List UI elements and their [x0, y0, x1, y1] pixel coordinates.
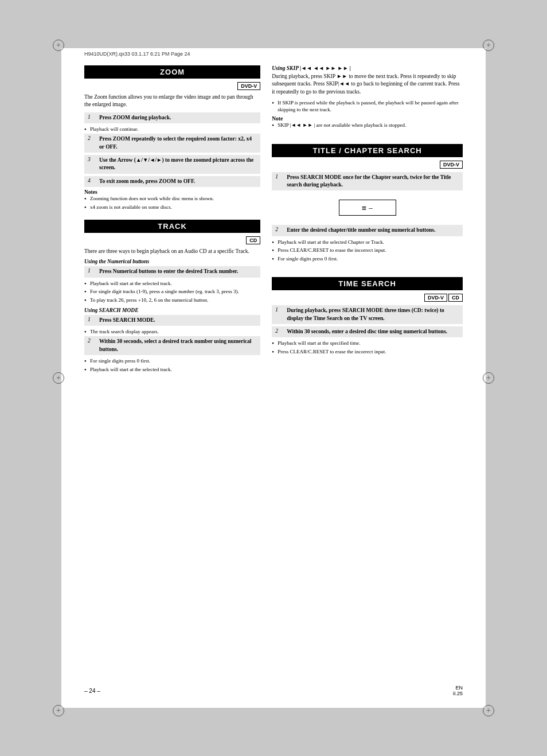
zoom-note-2: x4 zoom is not available on some discs. [84, 204, 260, 211]
time-search-badge-dvdv: DVD-V [424, 294, 447, 302]
reg-mark-top-right [483, 40, 494, 51]
zoom-step1-bullet: Playback will continue. [84, 126, 260, 133]
zoom-step-1-num: 1 [88, 114, 96, 122]
zoom-step-1-text: Press ZOOM during playback. [99, 114, 171, 122]
ts-step-1-text: During playback, press SEARCH MODE three… [287, 307, 459, 322]
tc-step-2-num: 2 [275, 227, 283, 234]
skip-bullet-1: If SKIP is pressed while the playback is… [272, 99, 463, 114]
zoom-step-3-text: Use the Arrow (▲/▼/◄/►) to move the zoom… [99, 157, 257, 172]
track-sub2-step-1-num: 1 [88, 317, 96, 324]
track-sub1-step-1-num: 1 [88, 268, 96, 275]
ts-step-1: 1 During playback, press SEARCH MODE thr… [272, 305, 463, 324]
track-section: TRACK CD There are three ways to begin p… [84, 220, 260, 374]
track-sub1-step-1-text: Press Numerical buttons to enter the des… [99, 268, 238, 275]
ts-bullet-2: Press CLEAR/C.RESET to erase the incorre… [272, 348, 463, 356]
track-sub2-step-2-num: 2 [88, 338, 96, 353]
track-title: TRACK [84, 220, 260, 233]
tc-display-box: ≡ – [339, 200, 396, 216]
skip-note-bullet: SKIP |◄◄ ►► | are not available when pla… [272, 122, 463, 129]
tc-bullet-1: Playback will start at the selected Chap… [272, 239, 463, 246]
time-search-section: TIME SEARCH DVD-V CD 1 During playback, … [272, 277, 463, 356]
ts-step-2-text: Within 30 seconds, enter a desired disc … [287, 328, 447, 336]
skip-body: During playback, press SKIP ►► to move t… [272, 73, 463, 96]
tc-display-icon: ≡ [362, 204, 366, 212]
zoom-step-2: 2 Press ZOOM repeatedly to select the re… [84, 134, 260, 153]
zoom-step-3-num: 3 [88, 157, 96, 172]
zoom-badge: DVD-V [237, 82, 260, 90]
zoom-note-1: Zooming function does not work while dis… [84, 195, 260, 202]
track-sub2-title: Using SEARCH MODE [84, 307, 260, 313]
tc-step-2-text: Enter the desired chapter/title number u… [287, 227, 435, 234]
reg-mark-bottom-right [483, 705, 494, 716]
left-column: ZOOM DVD-V The Zoom function allows you … [84, 65, 260, 691]
track-intro: There are three ways to begin playback o… [84, 248, 260, 255]
tc-step-1-num: 1 [275, 174, 283, 189]
tc-step-1: 1 Press SEARCH MODE once for the Chapter… [272, 172, 463, 191]
zoom-step-2-text: Press ZOOM repeatedly to select the requ… [99, 135, 257, 151]
ts-step-2-num: 2 [275, 328, 283, 336]
top-info: H9410UD(XR).qx33 03.1.17 6:21 PM Page 24 [84, 51, 190, 57]
track-sub2-step2-bullet-1: For single digits press 0 first. [84, 357, 260, 365]
zoom-step-3: 3 Use the Arrow (▲/▼/◄/►) to move the zo… [84, 155, 260, 174]
ts-bullet-1: Playback will start at the specified tim… [272, 340, 463, 347]
skip-note-label: Note [272, 116, 463, 122]
track-sub2-bullet-1: The track search display appears. [84, 328, 260, 336]
title-chapter-title: TITLE / CHAPTER SEARCH [272, 144, 463, 157]
track-sub2-step-2-text: Within 30 seconds, select a desired trac… [99, 338, 257, 353]
title-chapter-section: TITLE / CHAPTER SEARCH DVD-V 1 Press SEA… [272, 144, 463, 264]
side-mark-right [483, 372, 494, 384]
zoom-section: ZOOM DVD-V The Zoom function allows you … [84, 65, 260, 212]
zoom-step-4: 4 To exit zoom mode, press ZOOM to OFF. [84, 176, 260, 187]
tc-bullet-3: For single digits press 0 first. [272, 255, 463, 263]
tc-step-2: 2 Enter the desired chapter/title number… [272, 225, 463, 236]
track-sub1-bullet-2: For single digit tracks (1-9), press a s… [84, 288, 260, 295]
reg-mark-top-left [53, 40, 64, 51]
page-footer: – 24 – EN iI.25 [61, 685, 486, 696]
track-sub2-step-1-text: Press SEARCH MODE. [99, 317, 155, 324]
track-sub2-step-1: 1 Press SEARCH MODE. [84, 315, 260, 326]
tc-step-1-text: Press SEARCH MODE once for the Chapter s… [287, 174, 459, 189]
track-sub2-step-2: 2 Within 30 seconds, select a desired tr… [84, 336, 260, 355]
track-badge: CD [246, 236, 260, 244]
page-wrapper: H9410UD(XR).qx33 03.1.17 6:21 PM Page 24… [0, 0, 547, 756]
time-search-title: TIME SEARCH [272, 277, 463, 290]
skip-section: Using SKIP |◄◄ ◄◄ ►► ►► | During playbac… [272, 65, 463, 130]
zoom-step-4-num: 4 [88, 178, 96, 185]
zoom-intro: The Zoom function allows you to enlarge … [84, 93, 260, 109]
title-chapter-badge: DVD-V [440, 161, 463, 169]
zoom-step-2-num: 2 [88, 135, 96, 151]
zoom-notes-label: Notes [84, 189, 260, 195]
tc-bullet-2: Press CLEAR/C.RESET to erase the incorre… [272, 247, 463, 254]
page: H9410UD(XR).qx33 03.1.17 6:21 PM Page 24… [61, 48, 486, 708]
ts-step-1-num: 1 [275, 307, 283, 322]
track-sub1-bullet-3: To play track 26, press +10, 2, 6 on the… [84, 297, 260, 304]
zoom-title: ZOOM [84, 65, 260, 79]
zoom-step-4-text: To exit zoom mode, press ZOOM to OFF. [99, 178, 195, 185]
track-sub1-step-1: 1 Press Numerical buttons to enter the d… [84, 266, 260, 277]
track-sub2-step2-bullet-2: Playback will start at the selected trac… [84, 366, 260, 373]
skip-subtitle: Using SKIP |◄◄ ◄◄ ►► ►► | [272, 65, 463, 71]
zoom-step-1: 1 Press ZOOM during playback. [84, 112, 260, 123]
track-sub1-bullet-1: Playback will start at the selected trac… [84, 280, 260, 287]
ts-step-2: 2 Within 30 seconds, enter a desired dis… [272, 326, 463, 337]
side-mark-left [53, 372, 64, 384]
right-column: Using SKIP |◄◄ ◄◄ ►► ►► | During playbac… [272, 65, 463, 691]
time-search-badge-cd: CD [448, 294, 463, 302]
reg-mark-bottom-left [53, 705, 64, 716]
track-sub1-title: Using the Numerical buttons [84, 259, 260, 264]
footer-language: EN iI.25 [453, 685, 463, 696]
tc-display-dash: – [369, 204, 373, 212]
footer-page-number: – 24 – [84, 688, 100, 694]
